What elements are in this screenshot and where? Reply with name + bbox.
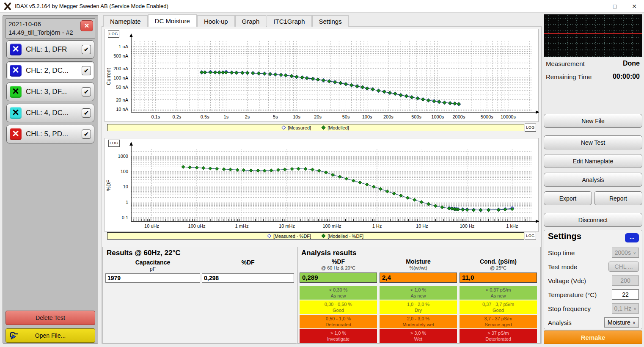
test-file-header[interactable]: 2021-10-06 14.49_till_Torbjörn - #2 ✕ bbox=[6, 18, 95, 39]
log-scale-button-chart1-x[interactable]: LOG bbox=[525, 124, 536, 132]
svg-text:1 Hz: 1 Hz bbox=[372, 223, 382, 229]
log-scale-button-chart2[interactable]: LOG bbox=[108, 140, 120, 147]
setting-row-temperature-c-: Temperature (°C)22 bbox=[548, 289, 639, 300]
channel-row-4[interactable]: ✕CHL: 4, DC...✔ bbox=[6, 104, 94, 122]
open-file-label: Open File... bbox=[35, 332, 66, 339]
setting-row-stop-frequency: Stop frequency0,1 Hz∨ bbox=[548, 303, 639, 314]
svg-text:0.2s: 0.2s bbox=[173, 114, 182, 119]
settings-title: Settings bbox=[548, 231, 581, 241]
svg-text:0.1: 0.1 bbox=[122, 215, 128, 220]
setting-control[interactable]: Moisture∨ bbox=[604, 317, 639, 328]
channel-row-3[interactable]: ✕CHL: 3, DF...✔ bbox=[6, 83, 94, 101]
analysis-col-header: Moisture bbox=[380, 258, 457, 265]
settings-more-button[interactable]: ... bbox=[625, 233, 639, 242]
maximize-icon[interactable]: □ bbox=[605, 0, 625, 13]
analysis-col-subheader: @ 60 Hz & 20°C bbox=[300, 265, 377, 270]
disconnect-button[interactable]: Disconnect bbox=[544, 213, 642, 227]
svg-text:0.1s: 0.1s bbox=[151, 114, 160, 119]
analysis-results-panel: Analysis results %DF@ 60 Hz & 20°C0,289M… bbox=[297, 247, 541, 344]
svg-text:50 nA: 50 nA bbox=[116, 85, 128, 90]
channel-color-icon: ✕ bbox=[10, 86, 22, 98]
log-scale-button-chart1[interactable]: LOG bbox=[108, 30, 119, 38]
rating-cell: 2,0 - 3,0 %Moderately wet bbox=[380, 315, 457, 328]
svg-text:10: 10 bbox=[123, 184, 128, 189]
df-value-field[interactable]: 0,298 bbox=[202, 273, 294, 283]
measured-marker-icon bbox=[282, 126, 286, 130]
channel-color-icon: ✕ bbox=[10, 107, 22, 119]
svg-text:50s: 50s bbox=[342, 114, 350, 119]
svg-text:1 kHz: 1 kHz bbox=[506, 223, 518, 229]
setting-row-test-mode: Test modeCHL ... bbox=[548, 261, 639, 272]
new-file-button[interactable]: New File bbox=[544, 114, 642, 128]
edit-nameplate-button[interactable]: Edit Nameplate bbox=[544, 154, 642, 168]
analysis-title: Analysis results bbox=[301, 249, 356, 257]
df-chart: 10 uHz100 uHz1 mHz10 mHz100 mHz1 Hz10 Hz… bbox=[105, 138, 539, 232]
open-file-button[interactable]: Open File... bbox=[6, 328, 95, 343]
svg-text:200s: 200s bbox=[383, 114, 394, 119]
channel-checkbox[interactable]: ✔ bbox=[82, 45, 91, 54]
channel-checkbox[interactable]: ✔ bbox=[82, 129, 91, 139]
analysis-button[interactable]: Analysis bbox=[544, 173, 642, 187]
channel-row-1[interactable]: ✕CHL: 1, DFR✔ bbox=[6, 40, 94, 59]
svg-text:5s: 5s bbox=[273, 114, 278, 119]
new-test-button[interactable]: New Test bbox=[544, 135, 642, 149]
svg-text:100 nA: 100 nA bbox=[113, 75, 129, 80]
svg-text:2000s: 2000s bbox=[452, 114, 465, 119]
svg-text:10 nA: 10 nA bbox=[116, 107, 128, 112]
channel-checkbox[interactable]: ✔ bbox=[82, 87, 91, 96]
export-button[interactable]: Export bbox=[544, 191, 592, 205]
analysis-value-cell: 0,289 bbox=[300, 273, 377, 283]
svg-text:10000s: 10000s bbox=[501, 114, 516, 119]
channel-row-2[interactable]: ✕CHL: 2, DC...✔ bbox=[6, 61, 94, 80]
setting-control[interactable]: 2000s∨ bbox=[612, 248, 639, 258]
setting-label: Test mode bbox=[548, 263, 577, 270]
log-scale-button-chart2-x[interactable]: LOG bbox=[525, 232, 536, 240]
rating-cell: > 3,0 %Wet bbox=[380, 329, 457, 343]
window-title: IDAX v5.2.164 by Megger Sweden AB (Servi… bbox=[15, 3, 168, 9]
rating-cell: < 0,30 %As new bbox=[300, 286, 377, 300]
tab-bar: Nameplate DC Moisture Hook-up Graph ITC1… bbox=[103, 14, 349, 27]
setting-row-analysis: AnalysisMoisture∨ bbox=[548, 317, 639, 328]
capacitance-label: Capacitance bbox=[105, 259, 200, 266]
tab-dc-moisture[interactable]: DC Moisture bbox=[148, 14, 197, 27]
tab-itc1graph[interactable]: ITC1Graph bbox=[267, 15, 311, 27]
close-test-button[interactable]: ✕ bbox=[80, 20, 93, 31]
delete-test-button[interactable]: Delete Test bbox=[6, 311, 95, 325]
chevron-down-icon: ∨ bbox=[633, 306, 636, 311]
tab-graph[interactable]: Graph bbox=[235, 15, 267, 27]
channel-label: CHL: 1, DFR bbox=[26, 45, 82, 54]
report-button[interactable]: Report bbox=[594, 191, 642, 205]
setting-control[interactable]: 22 bbox=[612, 289, 639, 300]
tab-hook-up[interactable]: Hook-up bbox=[197, 15, 235, 27]
analysis-col-subheader: @ 25°C bbox=[460, 265, 537, 270]
setting-control[interactable]: 0,1 Hz∨ bbox=[612, 303, 639, 314]
test-date: 2021-10-06 bbox=[8, 20, 92, 28]
svg-text:200 nA: 200 nA bbox=[113, 66, 129, 71]
setting-label: Temperature (°C) bbox=[548, 291, 597, 298]
rating-cell: > 1,0 %Investigate bbox=[300, 329, 377, 343]
tab-settings[interactable]: Settings bbox=[312, 15, 349, 27]
capacitance-value-field[interactable]: 1979 bbox=[105, 273, 200, 283]
chart1-legend: [Measured] [Modelled] bbox=[107, 124, 524, 131]
channel-label: CHL: 5, PD... bbox=[26, 130, 82, 138]
minimize-icon[interactable]: – bbox=[586, 0, 605, 13]
svg-text:10 uHz: 10 uHz bbox=[144, 223, 159, 229]
rating-cell: > 37 pS/mDeteriorated bbox=[460, 329, 537, 343]
measurement-label: Measurement bbox=[546, 60, 585, 67]
test-file-name: 14.49_till_Torbjörn - #2 bbox=[8, 28, 92, 37]
setting-control[interactable]: CHL ... bbox=[608, 262, 639, 272]
svg-text:500 nA: 500 nA bbox=[113, 53, 129, 58]
settings-group: Settings ... Stop time2000s∨Test modeCHL… bbox=[544, 230, 642, 329]
svg-text:100s: 100s bbox=[362, 114, 372, 119]
svg-text:1s: 1s bbox=[224, 114, 229, 119]
channel-checkbox[interactable]: ✔ bbox=[82, 108, 91, 118]
svg-text:1 uA: 1 uA bbox=[118, 44, 128, 49]
tab-nameplate[interactable]: Nameplate bbox=[103, 15, 148, 27]
remake-button[interactable]: Remake bbox=[544, 330, 642, 344]
svg-text:100 uHz: 100 uHz bbox=[188, 223, 206, 229]
close-icon[interactable]: ✕ bbox=[625, 0, 644, 13]
setting-control[interactable]: 200 bbox=[612, 275, 639, 286]
channel-row-5[interactable]: ✕CHL: 5, PD...✔ bbox=[6, 125, 94, 143]
svg-text:500s: 500s bbox=[411, 114, 421, 119]
channel-checkbox[interactable]: ✔ bbox=[82, 66, 91, 75]
